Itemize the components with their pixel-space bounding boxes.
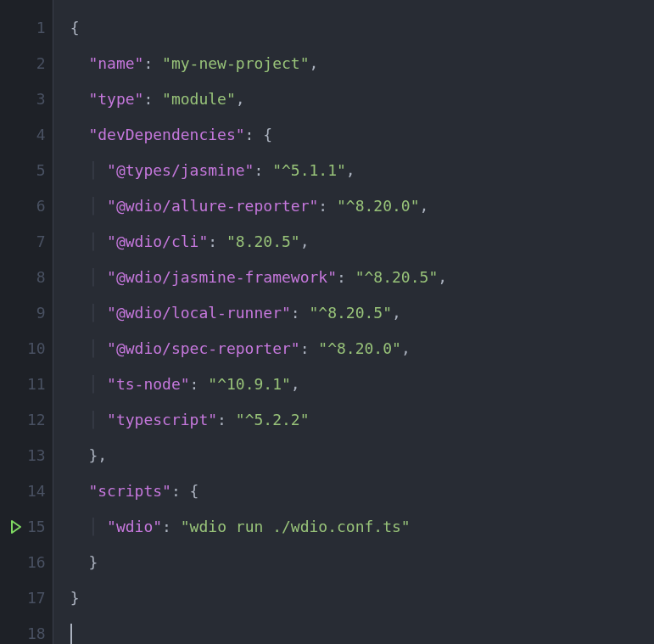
code-line: } (53, 545, 654, 580)
line-number: 1 (10, 10, 46, 46)
line-number-gutter: 1 2 3 4 5 6 7 8 9 10 11 12 13 14 15 16 1… (0, 0, 53, 644)
code-line: │ "@wdio/allure-reporter": "^8.20.0", (53, 188, 654, 224)
line-number: 3 (10, 81, 46, 117)
line-number: 5 (10, 153, 46, 188)
code-editor: 1 2 3 4 5 6 7 8 9 10 11 12 13 14 15 16 1… (0, 0, 654, 644)
line-number: 4 (10, 117, 46, 153)
line-number: 6 (10, 188, 46, 224)
code-line: "type": "module", (53, 81, 654, 117)
line-number: 2 (10, 46, 46, 81)
code-line (53, 616, 654, 644)
code-line: "name": "my-new-project", (53, 46, 654, 81)
line-number: 9 (10, 295, 46, 331)
code-line: │ "@wdio/cli": "8.20.5", (53, 224, 654, 260)
line-number: 10 (10, 331, 46, 367)
code-line: "scripts": { (53, 473, 654, 509)
code-line: │ "ts-node": "^10.9.1", (53, 367, 654, 402)
code-line: │ "wdio": "wdio run ./wdio.conf.ts" (53, 509, 654, 545)
code-line: "devDependencies": { (53, 117, 654, 153)
line-number: 15 (10, 509, 46, 545)
line-number: 8 (10, 260, 46, 295)
line-number: 14 (10, 473, 46, 509)
line-number: 18 (10, 616, 46, 644)
cursor-icon (70, 624, 72, 644)
line-number: 16 (10, 545, 46, 580)
line-number: 11 (10, 367, 46, 402)
code-content[interactable]: { "name": "my-new-project", "type": "mod… (53, 0, 654, 644)
line-number: 7 (10, 224, 46, 260)
code-line: │ "typescript": "^5.2.2" (53, 402, 654, 438)
line-number: 13 (10, 438, 46, 473)
code-line: { (53, 10, 654, 46)
code-line: } (53, 580, 654, 616)
code-line: │ "@wdio/spec-reporter": "^8.20.0", (53, 331, 654, 367)
code-line: }, (53, 438, 654, 473)
run-icon[interactable] (10, 520, 22, 534)
code-line: │ "@types/jasmine": "^5.1.1", (53, 153, 654, 188)
line-number: 17 (10, 580, 46, 616)
code-line: │ "@wdio/jasmine-framework": "^8.20.5", (53, 260, 654, 295)
line-number: 12 (10, 402, 46, 438)
code-line: │ "@wdio/local-runner": "^8.20.5", (53, 295, 654, 331)
